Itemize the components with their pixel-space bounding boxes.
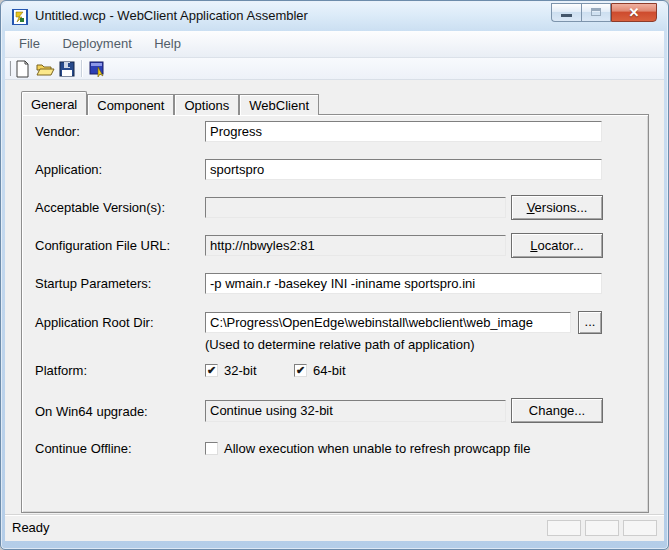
config-file-url-input: http://nbwyles2:81 (205, 235, 506, 256)
continue-offline-label: Continue Offline: (35, 441, 132, 456)
config-file-url-label: Configuration File URL: (35, 238, 170, 253)
platform-32bit-checkbox[interactable]: ✔ (205, 364, 218, 377)
save-button[interactable] (57, 59, 77, 79)
maximize-button[interactable] (581, 3, 611, 22)
assemble-icon (87, 59, 107, 79)
webclient-app-icon (11, 8, 29, 26)
application-input[interactable]: sportspro (205, 159, 602, 180)
continue-offline-checkbox-label: Allow execution when unable to refresh p… (224, 441, 530, 456)
versions-button[interactable]: Versions... (511, 195, 603, 220)
application-label: Application: (35, 162, 102, 177)
open-icon (35, 59, 55, 79)
new-document-icon (13, 59, 33, 79)
menu-file[interactable]: File (10, 31, 49, 57)
tab-strip: General Component Options WebClient (21, 91, 319, 115)
tab-options[interactable]: Options (174, 94, 239, 115)
app-body: File Deployment Help (5, 31, 664, 541)
close-button[interactable]: ✕ (611, 3, 657, 22)
change-button[interactable]: Change... (511, 398, 603, 423)
platform-64bit-label: 64-bit (313, 363, 346, 378)
new-button[interactable] (13, 59, 33, 79)
close-icon: ✕ (612, 5, 656, 20)
tab-general[interactable]: General (21, 91, 87, 115)
window-title: Untitled.wcp - WebClient Application Ass… (35, 8, 308, 23)
win64-upgrade-label: On Win64 upgrade: (35, 404, 148, 419)
platform-32bit-label: 32-bit (224, 363, 257, 378)
platform-label: Platform: (35, 363, 87, 378)
app-root-dir-input[interactable]: C:\Progress\OpenEdge\webinstall\webclien… (205, 312, 571, 333)
acceptable-versions-label: Acceptable Version(s): (35, 200, 165, 215)
tab-component[interactable]: Component (87, 94, 174, 115)
minimize-button[interactable] (551, 3, 581, 22)
tab-webclient[interactable]: WebClient (239, 94, 319, 115)
menu-help[interactable]: Help (145, 31, 190, 57)
platform-64bit-checkbox[interactable]: ✔ (294, 364, 307, 377)
status-text: Ready (12, 520, 50, 535)
continue-offline-checkbox[interactable] (205, 442, 218, 455)
locator-button[interactable]: Locator... (511, 233, 603, 258)
save-icon (57, 59, 77, 79)
startup-parameters-input[interactable]: -p wmain.r -basekey INI -ininame sportsp… (205, 273, 602, 294)
menubar: File Deployment Help (5, 31, 664, 58)
status-pane (585, 520, 619, 536)
menu-deployment[interactable]: Deployment (53, 31, 140, 57)
app-root-dir-label: Application Root Dir: (35, 315, 154, 330)
app-root-dir-note: (Used to determine relative path of appl… (205, 337, 475, 352)
caption-buttons: ✕ (551, 3, 657, 22)
status-panes (547, 520, 657, 536)
status-pane (623, 520, 657, 536)
maximize-icon (591, 8, 601, 16)
win64-upgrade-value: Continue using 32-bit (205, 400, 506, 422)
toolbar (5, 58, 664, 80)
startup-parameters-label: Startup Parameters: (35, 276, 151, 291)
browse-button[interactable]: ... (578, 311, 602, 334)
status-pane (547, 520, 581, 536)
minimize-icon (561, 14, 572, 17)
vendor-label: Vendor: (35, 124, 80, 139)
open-button[interactable] (35, 59, 55, 79)
assemble-button[interactable] (87, 59, 107, 79)
toolbar-separator (81, 60, 83, 77)
app-window: Untitled.wcp - WebClient Application Ass… (0, 0, 669, 550)
titlebar[interactable]: Untitled.wcp - WebClient Application Ass… (2, 2, 667, 31)
acceptable-versions-input (205, 197, 506, 218)
vendor-input[interactable]: Progress (205, 121, 602, 142)
statusbar: Ready (5, 514, 664, 541)
